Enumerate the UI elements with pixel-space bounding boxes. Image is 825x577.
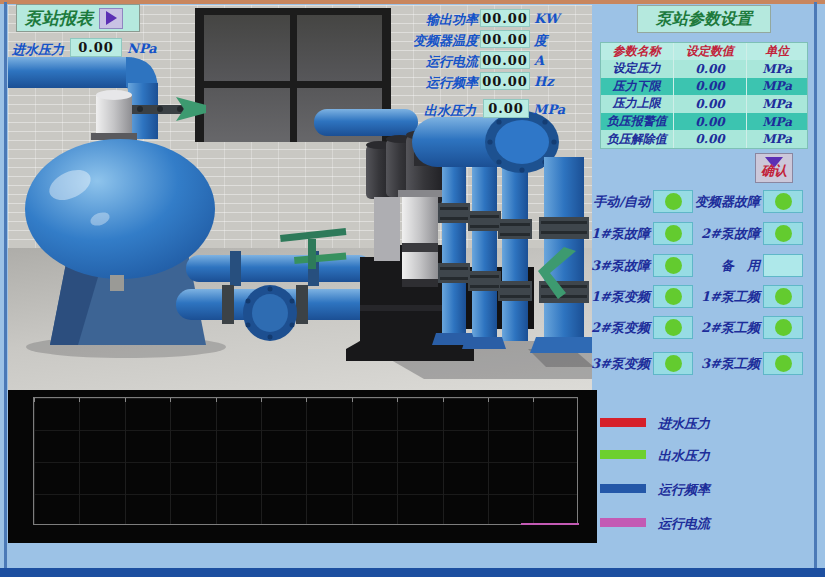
vacuum-release-input[interactable]: 0.00: [674, 130, 748, 148]
outlet-pressure-value: 0.00: [483, 99, 529, 118]
run-frequency-label: 运行频率: [388, 74, 478, 92]
table-row: 负压解除值 0.00 MPa: [601, 130, 807, 148]
legend-label-inlet: 进水压力: [658, 415, 710, 433]
pressure-high-limit-input[interactable]: 0.00: [674, 95, 748, 113]
spare-label: 备 用: [670, 254, 760, 277]
manual-auto-label: 手动/自动: [560, 190, 650, 213]
settings-table: 参数名称 设定数值 单位 设定压力 0.00 MPa 压力下限 0.00 MPa…: [600, 42, 808, 149]
set-pressure-input[interactable]: 0.00: [674, 60, 748, 78]
pump2-vfd-label: 2#泵变频: [560, 316, 650, 339]
inverter-temp-value: 00.00: [480, 30, 530, 48]
settings-table-header: 参数名称 设定数值 单位: [601, 43, 807, 60]
play-icon: [106, 11, 117, 25]
run-current-trace: [521, 523, 579, 525]
frame-top: [0, 0, 825, 4]
legend-label-frequency: 运行频率: [658, 481, 710, 499]
inlet-pressure-value: 0.00: [70, 38, 122, 57]
pump1-vfd-label: 1#泵变频: [560, 285, 650, 308]
inverter-temp-label: 变频器温度: [388, 32, 478, 50]
pump3-mains-label: 3#泵工频: [670, 352, 760, 375]
hmi-screen: 泵站报表 进水压力 0.00 NPa 输出功率 00.00 KW 变频器温度 0…: [0, 0, 825, 577]
spare-lamp: [763, 254, 803, 277]
legend-swatch-inlet: [600, 418, 646, 427]
legend-label-outlet: 出水压力: [658, 447, 710, 465]
col-unit: 单位: [747, 43, 807, 60]
pump3-mains-lamp: [763, 352, 803, 375]
frame-right: [814, 2, 817, 568]
pump2-fault-label: 2#泵故障: [670, 222, 760, 245]
table-row: 压力上限 0.00 MPa: [601, 95, 807, 113]
frame-bottom: [0, 568, 825, 577]
vacuum-alarm-input[interactable]: 0.00: [674, 113, 748, 131]
trend-top-ticks: [34, 398, 579, 402]
output-power-label: 输出功率: [388, 11, 478, 29]
pressure-low-limit-input[interactable]: 0.00: [674, 78, 748, 96]
inverter-fault-lamp: [763, 190, 803, 213]
inlet-pressure-unit: NPa: [127, 41, 157, 56]
run-frequency-unit: Hz: [534, 74, 554, 89]
legend-label-current: 运行电流: [658, 515, 710, 533]
output-power-value: 00.00: [480, 9, 530, 27]
col-param-name: 参数名称: [601, 43, 674, 60]
pump1-mains-lamp: [763, 285, 803, 308]
pump1-mains-label: 1#泵工频: [670, 285, 760, 308]
frame-left: [4, 2, 7, 568]
report-button-label: 泵站报表: [25, 7, 93, 30]
run-current-label: 运行电流: [388, 53, 478, 71]
legend-swatch-frequency: [600, 484, 646, 493]
outlet-pressure-unit: MPa: [533, 102, 565, 117]
legend-swatch-outlet: [600, 450, 646, 459]
run-current-unit: A: [534, 53, 544, 68]
output-power-unit: KW: [534, 11, 559, 26]
run-frequency-value: 00.00: [480, 72, 530, 90]
pump3-fault-label: 3#泵故障: [560, 254, 650, 277]
outlet-pressure-label: 出水压力: [388, 102, 476, 120]
pump2-mains-label: 2#泵工频: [670, 316, 760, 339]
inverter-fault-label: 变频器故障: [670, 190, 760, 213]
inverter-temp-unit: 度: [534, 32, 547, 50]
pump3-vfd-label: 3#泵变频: [560, 352, 650, 375]
table-row: 设定压力 0.00 MPa: [601, 60, 807, 78]
table-row: 负压报警值 0.00 MPa: [601, 113, 807, 131]
col-set-value: 设定数值: [674, 43, 748, 60]
trend-plot-area: [33, 397, 578, 525]
report-button[interactable]: 泵站报表: [16, 4, 140, 32]
table-row: 压力下限 0.00 MPa: [601, 78, 807, 96]
inlet-pressure-label: 进水压力: [12, 41, 64, 59]
confirm-button[interactable]: 确认: [755, 153, 793, 183]
report-open-button[interactable]: [99, 8, 123, 29]
run-current-value: 00.00: [480, 51, 530, 69]
settings-panel-title: 泵站参数设置: [637, 5, 771, 33]
trend-chart: [8, 390, 597, 543]
pump1-fault-label: 1#泵故障: [560, 222, 650, 245]
legend-swatch-current: [600, 518, 646, 527]
pump2-fault-lamp: [763, 222, 803, 245]
pump2-mains-lamp: [763, 316, 803, 339]
